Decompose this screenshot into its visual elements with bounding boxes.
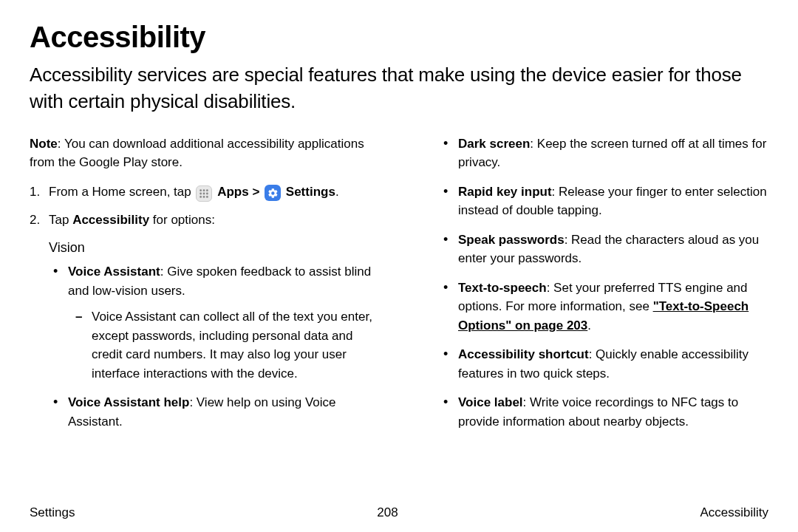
svg-point-0 [200,189,202,191]
content-columns: Note: You can download additional access… [30,134,768,442]
right-column: Dark screen: Keep the screen turned off … [420,134,768,442]
bullet-rapid-key-input: Rapid key input: Release your finger to … [458,183,768,220]
footer-page-number: 208 [377,505,398,520]
step-1-number: 1. [30,183,49,202]
left-column: Note: You can download additional access… [30,134,378,442]
step-1-prefix: From a Home screen, tap [49,185,194,199]
step-2: 2. Tap Accessibility for options: [30,211,378,230]
svg-point-6 [200,196,202,198]
shortcut-label: Accessibility shortcut [458,347,589,361]
va-label: Voice Assistant [68,265,160,279]
vah-label: Voice Assistant help [68,395,189,409]
bullet-speak-passwords: Speak passwords: Read the characters alo… [458,231,768,268]
step-1-settings-label: Settings [286,185,335,199]
step-1-separator: > [249,185,263,199]
step-2-number: 2. [30,211,49,230]
svg-point-7 [203,196,205,198]
settings-icon [265,185,281,201]
step-1-suffix: . [335,185,339,199]
page: Accessibility Accessibility services are… [0,0,798,532]
rapid-label: Rapid key input [458,185,552,199]
svg-point-5 [206,192,208,194]
page-footer: Settings 208 Accessibility [30,505,768,520]
intro-paragraph: Accessibility services are special featu… [30,61,768,115]
note-label: Note [30,137,58,151]
svg-point-8 [206,196,208,198]
svg-point-3 [200,192,202,194]
svg-point-1 [203,189,205,191]
bullet-voice-assistant: Voice Assistant: Give spoken feedback to… [68,262,378,383]
step-1-body: From a Home screen, tap Apps > Settings. [49,183,378,202]
tts-label: Text-to-speech [458,281,547,295]
svg-point-4 [203,192,205,194]
voicelabel-label: Voice label [458,395,523,409]
dark-label: Dark screen [458,137,530,151]
footer-left: Settings [30,505,75,520]
bullet-dark-screen: Dark screen: Keep the screen turned off … [458,134,768,172]
step-2-prefix: Tap [49,213,72,227]
vision-bullets-right: Dark screen: Keep the screen turned off … [420,134,768,432]
footer-right: Accessibility [700,505,768,520]
step-2-body: Tap Accessibility for options: [49,211,378,230]
bullet-accessibility-shortcut: Accessibility shortcut: Quickly enable a… [458,345,768,383]
svg-point-2 [206,189,208,191]
step-1-apps-label: Apps [217,185,249,199]
note-text: : You can download additional accessibil… [30,137,364,170]
bullet-voice-assistant-help: Voice Assistant help: View help on using… [68,393,378,431]
step-1: 1. From a Home screen, tap Apps > Settin… [30,183,378,202]
tts-suffix: . [587,318,591,332]
speak-label: Speak passwords [458,233,565,247]
va-sub-bullets: Voice Assistant can collect all of the t… [68,307,378,383]
bullet-text-to-speech: Text-to-speech: Set your preferred TTS e… [458,279,768,335]
step-2-suffix: for options: [149,213,215,227]
page-title: Accessibility [30,21,768,54]
va-sub-bullet-1: Voice Assistant can collect all of the t… [92,307,378,383]
vision-heading: Vision [49,238,378,258]
vision-bullets-left: Voice Assistant: Give spoken feedback to… [30,262,378,431]
bullet-voice-label: Voice label: Write voice recordings to N… [458,393,768,431]
apps-icon [196,185,212,202]
step-2-bold: Accessibility [72,213,149,227]
note-paragraph: Note: You can download additional access… [30,134,378,172]
